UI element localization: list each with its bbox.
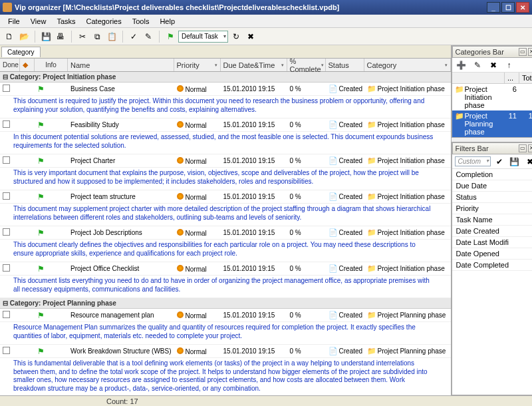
status-count: Count: 17	[106, 397, 138, 405]
task-row[interactable]: ⚑Business CaseNormal15.01.2010 19:150 %📄…	[0, 83, 451, 96]
filter-item[interactable]: Date Created▾	[452, 226, 532, 237]
col-flag[interactable]: ◆	[20, 59, 35, 71]
task-priority: Normal	[174, 120, 221, 130]
task-due: 15.01.2010 19:15	[221, 228, 287, 238]
group-row[interactable]: ⊟ Category: Project Planning phase	[0, 298, 451, 309]
category-item[interactable]: 📁Project Initiation phase66	[452, 84, 532, 110]
paste-icon[interactable]: 📋	[105, 30, 118, 43]
task-row[interactable]: ⚑Work Breakdown Structure (WBS)Normal15.…	[0, 345, 451, 358]
panel-pin-icon[interactable]: ▭	[519, 144, 527, 152]
task-row[interactable]: ⚑Feasibility StudyNormal15.01.2010 19:15…	[0, 118, 451, 132]
panel-close-icon[interactable]: ✕	[528, 144, 532, 152]
task-icon[interactable]: ✓	[127, 30, 140, 43]
task-status: 📄Created	[326, 345, 364, 357]
task-template-combo[interactable]: Default Task	[178, 31, 228, 43]
filter-item[interactable]: Priority▾	[452, 203, 532, 214]
task-priority: Normal	[174, 310, 221, 321]
checkbox[interactable]	[3, 347, 10, 354]
task-status: 📄Created	[326, 227, 364, 238]
task-complete: 0 %	[287, 192, 326, 202]
task-description: This document may supplement project cha…	[0, 204, 451, 226]
cat-up-icon[interactable]: ↑	[503, 59, 516, 72]
copy-icon[interactable]: ⧉	[90, 30, 104, 43]
group-row[interactable]: ⊟ Category: Project Initiation phase	[0, 72, 451, 83]
menu-tasks[interactable]: Tasks	[51, 16, 80, 27]
tab-strip: Category	[0, 45, 451, 59]
filter-clear-icon[interactable]: ✖	[523, 155, 532, 168]
task-due: 15.01.2010 19:15	[221, 264, 287, 274]
filter-item[interactable]: Date Last Modifi▾	[452, 237, 532, 248]
task-due: 15.01.2010 19:15	[221, 310, 287, 320]
col-due[interactable]: Due Date&Time▾	[221, 59, 287, 71]
new-icon[interactable]: 🗋	[3, 30, 16, 43]
window-title: Vip organizer [M:\Checklists\Project del…	[15, 3, 485, 11]
task-row[interactable]: ⚑Project team structureNormal15.01.2010 …	[0, 190, 451, 204]
filters-panel: Filters Bar ▭✕ Custom ✔ 💾 ✖ Completion▾D…	[452, 142, 532, 395]
panel-pin-icon[interactable]: ▭	[519, 48, 527, 56]
col-done[interactable]: Done	[0, 59, 20, 71]
cat-del-icon[interactable]: ✖	[487, 59, 500, 72]
close-button[interactable]: ✕	[516, 2, 529, 13]
task-complete: 0 %	[287, 120, 326, 130]
refresh-icon[interactable]: ↻	[229, 30, 243, 43]
task-name: Feasibility Study	[68, 120, 174, 130]
flag-icon: ⚑	[37, 347, 45, 356]
filter-item[interactable]: Task Name▾	[452, 214, 532, 226]
checkbox[interactable]	[3, 192, 10, 200]
task-due: 15.01.2010 19:15	[221, 84, 287, 94]
menu-view[interactable]: View	[25, 16, 52, 27]
delete-icon[interactable]: ✖	[244, 30, 257, 43]
col-name[interactable]: Name	[68, 59, 174, 71]
checkbox[interactable]	[3, 120, 10, 128]
col-priority[interactable]: Priority▾	[174, 59, 221, 71]
filter-combo[interactable]: Custom	[455, 156, 491, 166]
task-category: 📁Project Planning phase	[364, 309, 451, 321]
col-complete[interactable]: % Complete▾	[287, 59, 326, 71]
filter-item[interactable]: Date Opened▾	[452, 248, 532, 260]
filter-item[interactable]: Completion▾	[452, 169, 532, 180]
menu-categories[interactable]: Categories	[81, 16, 127, 27]
filter-item[interactable]: Date Completed▾	[452, 260, 532, 271]
task-category: 📁Project Planning phase	[364, 345, 451, 357]
open-icon[interactable]: 📂	[17, 30, 31, 43]
task-row[interactable]: ⚑Project Job DescriptionsNormal15.01.201…	[0, 226, 451, 240]
tab-category[interactable]: Category	[1, 47, 41, 57]
edit-icon[interactable]: ✎	[142, 30, 155, 43]
task-category: 📁Project Initiation phase	[364, 191, 451, 202]
col-info[interactable]: Info	[35, 59, 68, 71]
checkbox[interactable]	[3, 264, 10, 272]
filter-apply-icon[interactable]: ✔	[493, 155, 506, 168]
filter-item[interactable]: Status▾	[452, 192, 532, 203]
task-complete: 0 %	[287, 84, 326, 94]
task-category: 📁Project Initiation phase	[364, 155, 451, 166]
filter-save-icon[interactable]: 💾	[508, 155, 521, 168]
col-status[interactable]: Status	[326, 59, 364, 71]
maximize-button[interactable]: ☐	[501, 2, 515, 13]
cat-add-icon[interactable]: ➕	[455, 59, 468, 72]
task-due: 15.01.2010 19:15	[221, 192, 287, 202]
save-icon[interactable]: 💾	[39, 30, 53, 43]
task-row[interactable]: ⚑Resource management planNormal15.01.201…	[0, 309, 451, 322]
panel-close-icon[interactable]: ✕	[528, 48, 532, 56]
checkbox[interactable]	[3, 311, 10, 318]
task-row[interactable]: ⚑Project Office ChecklistNormal15.01.201…	[0, 262, 451, 276]
col-category[interactable]: Category▾	[364, 59, 451, 71]
checkbox[interactable]	[3, 228, 10, 236]
task-description: This document lists everything you need …	[0, 276, 451, 298]
cat-edit-icon[interactable]: ✎	[471, 59, 484, 72]
menu-help[interactable]: Help	[154, 16, 180, 27]
grid-body[interactable]: ⊟ Category: Project Initiation phase⚑Bus…	[0, 72, 451, 395]
menu-file[interactable]: File	[3, 16, 25, 27]
filter-item[interactable]: Due Date▾	[452, 180, 532, 192]
menu-tools[interactable]: Tools	[127, 16, 155, 27]
category-item[interactable]: 📁Project Planning phase1111	[452, 110, 532, 137]
grid-header: Done ◆ Info Name Priority▾ Due Date&Time…	[0, 59, 451, 72]
minimize-button[interactable]: _	[487, 2, 500, 13]
print-icon[interactable]: 🖶	[54, 30, 67, 43]
flag-green-icon[interactable]: ⚑	[164, 30, 177, 43]
task-row[interactable]: ⚑Project CharterNormal15.01.2010 19:150 …	[0, 154, 451, 168]
title-bar: Vip organizer [M:\Checklists\Project del…	[0, 0, 532, 15]
cut-icon[interactable]: ✂	[76, 30, 89, 43]
checkbox[interactable]	[3, 156, 10, 164]
checkbox[interactable]	[3, 85, 10, 92]
